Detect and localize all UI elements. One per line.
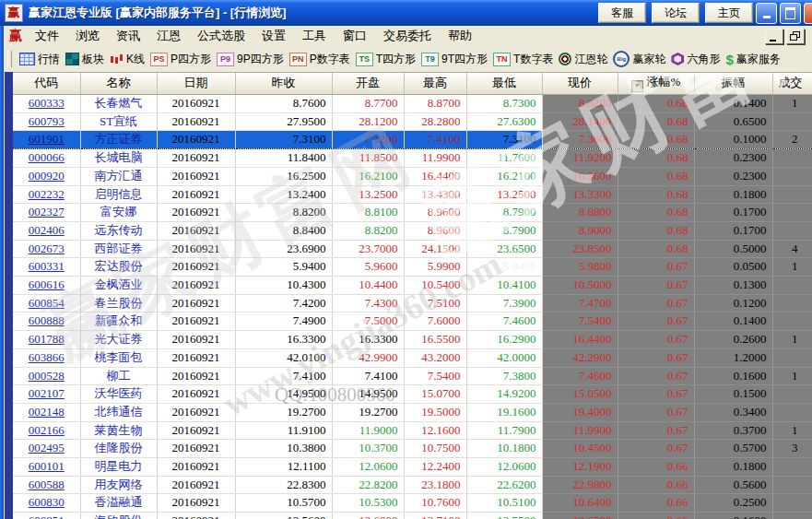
minimize-button[interactable] bbox=[756, 3, 777, 24]
table-row[interactable]: 601788光大证券2016092116.330016.330016.55001… bbox=[13, 331, 812, 349]
cell-code[interactable]: 002406 bbox=[13, 221, 80, 240]
tool-quotes-grid[interactable]: 行情 bbox=[19, 52, 60, 67]
maximize-button[interactable] bbox=[780, 3, 801, 24]
menu-item[interactable]: 公式选股 bbox=[197, 28, 245, 44]
table-row[interactable]: 601901方正证券201609217.31007.32007.41007.31… bbox=[13, 131, 812, 149]
cell-open: 13.2500 bbox=[332, 185, 404, 204]
cell-amp: 0.1700 bbox=[694, 204, 772, 222]
header-low[interactable]: 最低 bbox=[466, 72, 542, 95]
mdi-minimize-button[interactable] bbox=[765, 29, 783, 44]
tool-tn[interactable]: TNT数字表 bbox=[493, 52, 553, 67]
cell-code[interactable]: 002148 bbox=[13, 403, 80, 421]
table-row[interactable]: 000528柳工201609217.41007.41007.54007.3800… bbox=[13, 367, 812, 385]
tool-gann-wheel[interactable]: 江恩轮 bbox=[559, 52, 607, 67]
table-row[interactable]: 600616金枫酒业2016092110.430010.440010.54001… bbox=[13, 277, 812, 295]
table-row[interactable]: 000920南方汇通2016092116.250016.210016.44001… bbox=[13, 167, 812, 185]
tool-service[interactable]: $赢家服务 bbox=[725, 52, 780, 67]
cell-code[interactable]: 600333 bbox=[13, 95, 80, 113]
header-code[interactable]: 代码 bbox=[13, 72, 80, 95]
table-row[interactable]: 002107沃华医药2016092114.950014.950015.07001… bbox=[13, 385, 812, 404]
cell-prev: 10.4300 bbox=[235, 277, 332, 295]
table-row[interactable]: 002406远东传动201609218.84008.82008.96008.79… bbox=[13, 221, 812, 240]
cell-code[interactable]: 002107 bbox=[13, 385, 80, 404]
cell-code[interactable]: 600616 bbox=[13, 277, 80, 295]
cell-high: 7.6000 bbox=[404, 313, 466, 331]
table-row[interactable]: 002232启明信息2016092113.240013.250013.43001… bbox=[13, 185, 812, 204]
toolbar: 行情板块K线PSP四方形P99P四方形PNP数字表TST四方形T99T四方形TN… bbox=[0, 46, 812, 73]
cell-code[interactable]: 002327 bbox=[13, 204, 80, 222]
cell-code[interactable]: 600830 bbox=[13, 494, 80, 513]
table-row[interactable]: 600333长春燃气201609218.76008.77008.87008.73… bbox=[13, 95, 812, 113]
table-row[interactable]: 000066长城电脑2016092111.840011.850011.99001… bbox=[13, 149, 812, 168]
tool-hexagon[interactable]: 六角形 bbox=[671, 52, 720, 67]
table-row[interactable]: 600851海欣股份2016092113.560013.600013.71001… bbox=[13, 513, 812, 519]
mdi-restore-button[interactable] bbox=[786, 29, 805, 44]
cell-code[interactable]: 603866 bbox=[13, 348, 80, 367]
header-open[interactable]: 开盘 bbox=[332, 72, 404, 95]
header-change-pct[interactable]: ▾涨幅% bbox=[618, 72, 694, 95]
tool-p9[interactable]: P99P四方形 bbox=[217, 52, 284, 67]
table-row[interactable]: 002673西部证券2016092123.690023.700024.15002… bbox=[13, 240, 812, 258]
cell-amp: 0.1600 bbox=[694, 367, 772, 385]
menu-item[interactable]: 资讯 bbox=[116, 28, 140, 44]
cell-code[interactable]: 600854 bbox=[13, 294, 80, 313]
menu-item[interactable]: 交易委托 bbox=[383, 28, 431, 44]
table-row[interactable]: 600101明星电力2016092112.110012.060012.24001… bbox=[13, 458, 812, 477]
cell-code[interactable]: 600588 bbox=[13, 476, 80, 494]
table-row[interactable]: 600588用友网络2016092122.830022.820023.18002… bbox=[13, 476, 812, 494]
cell-open: 5.9600 bbox=[332, 258, 404, 277]
cell-date: 20160921 bbox=[157, 221, 235, 240]
tool-winner-wheel[interactable]: Big赢家轮 bbox=[613, 51, 665, 67]
table-row[interactable]: 600331宏达股份201609215.94005.96005.99005.94… bbox=[13, 258, 812, 277]
menu-item[interactable]: 工具 bbox=[302, 28, 326, 44]
table-row[interactable]: 002495佳隆股份2016092110.380010.370010.75001… bbox=[13, 440, 812, 458]
cell-code[interactable]: 601788 bbox=[13, 331, 80, 349]
cell-code[interactable]: 000066 bbox=[13, 149, 80, 168]
cell-code[interactable]: 600331 bbox=[13, 258, 80, 277]
homepage-button[interactable]: 主页 bbox=[705, 3, 753, 23]
tool-ps[interactable]: PSP四方形 bbox=[150, 52, 211, 67]
header-amplitude[interactable]: 振幅 bbox=[694, 72, 772, 95]
tool-ts[interactable]: TST四方形 bbox=[356, 52, 416, 67]
cell-code[interactable]: 601901 bbox=[13, 131, 80, 149]
table-row[interactable]: 600793ST宜纸2016092127.950028.120028.28002… bbox=[13, 112, 812, 131]
header-name[interactable]: 名称 bbox=[80, 72, 157, 95]
menu-item[interactable]: 窗口 bbox=[343, 28, 367, 44]
menu-item[interactable]: 文件 bbox=[35, 28, 59, 44]
cell-code[interactable]: 600888 bbox=[13, 313, 80, 331]
menu-item[interactable]: 设置 bbox=[262, 28, 286, 44]
tool-blocks[interactable]: 板块 bbox=[65, 52, 104, 67]
cell-code[interactable]: 600101 bbox=[13, 458, 80, 477]
header-price[interactable]: 现价 bbox=[542, 72, 618, 95]
table-row[interactable]: 603866桃李面包2016092142.010042.990043.20004… bbox=[13, 348, 812, 367]
close-button[interactable] bbox=[804, 3, 812, 24]
table-row[interactable]: 002327富安娜201609218.82008.81008.96008.790… bbox=[13, 204, 812, 222]
cell-vol: 4 bbox=[772, 240, 812, 258]
cell-code[interactable]: 002673 bbox=[13, 240, 80, 258]
cell-code[interactable]: 000528 bbox=[13, 367, 80, 385]
menu-item[interactable]: 帮助 bbox=[448, 28, 472, 44]
table-row[interactable]: 002166莱茵生物2016092111.910011.900012.16001… bbox=[13, 421, 812, 440]
menu-item[interactable]: 江恩 bbox=[157, 28, 181, 44]
table-row[interactable]: 600854春兰股份201609217.42007.43007.51007.39… bbox=[13, 294, 812, 313]
header-high[interactable]: 最高 bbox=[404, 72, 466, 95]
tool-pn[interactable]: PNP数字表 bbox=[289, 52, 350, 67]
tool-t9[interactable]: T99T四方形 bbox=[421, 52, 488, 67]
header-date[interactable]: 日期 bbox=[157, 72, 235, 95]
table-row[interactable]: 600888新疆众和201609217.49007.50007.60007.46… bbox=[13, 313, 812, 331]
header-prev-close[interactable]: 昨收 bbox=[235, 72, 332, 95]
header-volume[interactable]: 成交 bbox=[772, 72, 812, 95]
tool-kline[interactable]: K线 bbox=[110, 52, 145, 67]
customer-service-button[interactable]: 客服 bbox=[598, 3, 646, 23]
cell-code[interactable]: 600793 bbox=[13, 112, 80, 131]
cell-code[interactable]: 000920 bbox=[13, 167, 80, 185]
toolbar-grip[interactable] bbox=[7, 51, 12, 67]
cell-code[interactable]: 002232 bbox=[13, 185, 80, 204]
table-row[interactable]: 600830香溢融通2016092110.570010.530010.76001… bbox=[13, 494, 812, 513]
cell-code[interactable]: 002495 bbox=[13, 440, 80, 458]
cell-code[interactable]: 002166 bbox=[13, 421, 80, 440]
table-row[interactable]: 002148北纬通信2016092119.270019.270019.50001… bbox=[13, 403, 812, 421]
menu-item[interactable]: 浏览 bbox=[76, 28, 100, 44]
cell-code[interactable]: 600851 bbox=[13, 513, 80, 519]
forum-button[interactable]: 论坛 bbox=[652, 3, 700, 23]
